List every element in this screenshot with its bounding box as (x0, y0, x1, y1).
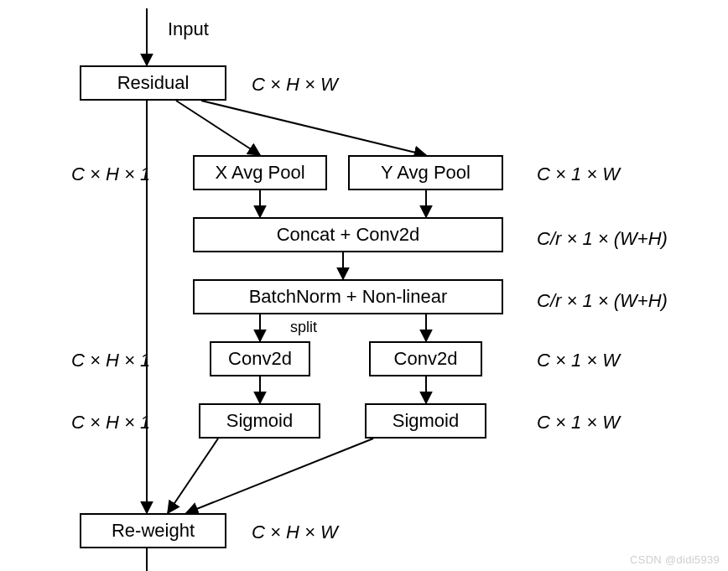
input-label: Input (168, 18, 209, 40)
xpool-dim: C × H × 1 (71, 164, 150, 185)
x-avg-pool-block: X Avg Pool (193, 155, 327, 190)
sigmoid-left-dim: C × H × 1 (71, 412, 150, 433)
svg-line-11 (168, 439, 218, 513)
concat-conv2d-block: Concat + Conv2d (193, 217, 503, 252)
residual-block: Residual (80, 65, 226, 101)
sigmoid-left-block: Sigmoid (199, 403, 320, 439)
svg-line-2 (176, 101, 260, 155)
conv-left-dim: C × H × 1 (71, 350, 150, 371)
svg-line-12 (186, 439, 373, 513)
y-avg-pool-block: Y Avg Pool (348, 155, 503, 190)
split-label: split (290, 319, 317, 336)
svg-line-3 (201, 101, 426, 155)
watermark: CSDN @didi5939 (630, 553, 720, 566)
conv-right-dim: C × 1 × W (537, 350, 620, 371)
conv2d-left-block: Conv2d (210, 341, 310, 376)
residual-dim: C × H × W (252, 74, 338, 96)
reweight-dim: C × H × W (252, 522, 338, 543)
sigmoid-right-block: Sigmoid (365, 403, 486, 439)
batchnorm-nonlinear-block: BatchNorm + Non-linear (193, 279, 503, 314)
concat-dim: C/r × 1 × (W+H) (537, 228, 668, 250)
conv2d-right-block: Conv2d (369, 341, 482, 376)
sigmoid-right-dim: C × 1 × W (537, 412, 620, 433)
bn-dim: C/r × 1 × (W+H) (537, 290, 668, 312)
ypool-dim: C × 1 × W (537, 164, 620, 185)
reweight-block: Re-weight (80, 513, 226, 548)
